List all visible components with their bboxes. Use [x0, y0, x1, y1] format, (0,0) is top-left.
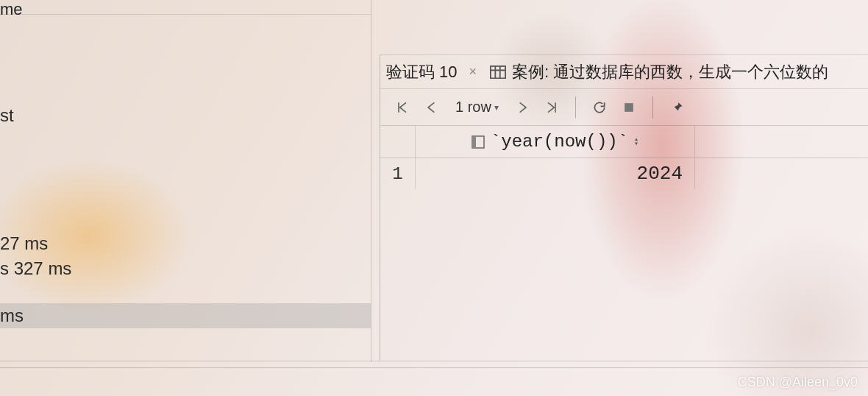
result-toolbar: 1 row ▾ — [380, 89, 868, 126]
column-icon — [472, 135, 485, 149]
column-name: `year(now())` — [491, 132, 628, 152]
pin-button[interactable] — [664, 94, 690, 121]
left-item[interactable]: st — [0, 103, 371, 128]
column-header-fragment: me — [0, 0, 23, 18]
first-page-button[interactable] — [389, 94, 416, 121]
tab-label: 验证码 10 — [386, 61, 458, 83]
left-timing-b: s 327 ms — [0, 256, 371, 281]
table-icon — [490, 66, 506, 79]
sort-icon[interactable]: ▴▾ — [634, 138, 638, 146]
grid-column-header[interactable]: `year(now())` ▴▾ — [416, 126, 695, 158]
svg-rect-0 — [491, 66, 505, 77]
tab-verification-code[interactable]: 验证码 10 × — [386, 61, 483, 83]
cell-value[interactable]: 2024 — [416, 158, 695, 189]
tab-label: 案例: 通过数据库的西数，生成一个六位数的 — [512, 61, 828, 83]
left-timing-a: 27 ms — [0, 231, 371, 256]
row-number: 1 — [380, 158, 416, 189]
result-pane: 验证码 10 × 案例: 通过数据库的西数，生成一个六位数的 1 row ▾ — [380, 54, 868, 361]
bottom-border — [0, 361, 868, 368]
chevron-down-icon: ▾ — [494, 102, 499, 113]
prev-page-button[interactable] — [419, 94, 445, 121]
row-count-label: 1 row — [455, 99, 491, 116]
stop-button[interactable] — [616, 94, 642, 121]
separator — [575, 96, 576, 119]
grid-header-row: `year(now())` ▴▾ — [380, 126, 868, 158]
svg-rect-6 — [472, 136, 476, 148]
table-row[interactable]: 1 2024 — [380, 158, 868, 189]
left-console-pane: me st 27 ms s 327 ms ms — [0, 0, 371, 362]
svg-rect-4 — [625, 103, 633, 112]
close-icon[interactable]: × — [463, 64, 483, 79]
separator — [652, 96, 653, 119]
grid-gutter-header — [380, 126, 416, 158]
result-tabs: 验证码 10 × 案例: 通过数据库的西数，生成一个六位数的 — [380, 55, 868, 89]
next-page-button[interactable] — [509, 94, 536, 121]
left-timing-selected[interactable]: ms — [0, 303, 371, 328]
row-count-dropdown[interactable]: 1 row ▾ — [448, 99, 506, 116]
tab-case-example[interactable]: 案例: 通过数据库的西数，生成一个六位数的 — [490, 61, 828, 83]
watermark: CSDN @Aileen_0v0 — [738, 375, 858, 390]
last-page-button[interactable] — [538, 94, 565, 121]
refresh-button[interactable] — [586, 94, 613, 121]
